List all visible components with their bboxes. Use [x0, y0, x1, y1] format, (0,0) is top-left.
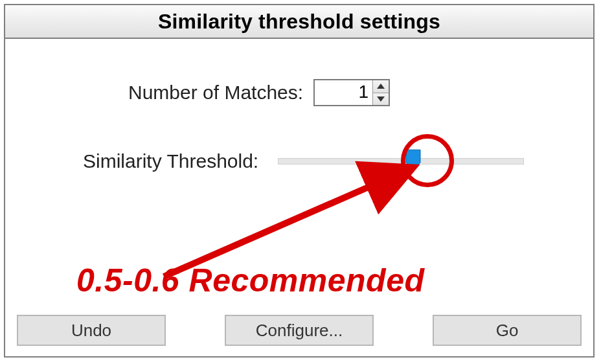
- dialog-panel: Similarity threshold settings Number of …: [4, 4, 595, 358]
- triangle-down-icon: [377, 97, 385, 102]
- matches-value: 1: [315, 80, 372, 105]
- svg-marker-0: [377, 84, 385, 89]
- matches-label: Number of Matches:: [128, 82, 303, 104]
- annotation-circle-icon: [401, 134, 454, 187]
- configure-button[interactable]: Configure...: [225, 315, 374, 346]
- annotation-text: 0.5-0.6 Recommended: [76, 262, 424, 299]
- undo-button[interactable]: Undo: [17, 315, 166, 346]
- go-button[interactable]: Go: [433, 315, 582, 346]
- stepper-buttons: [372, 80, 389, 105]
- matches-stepper[interactable]: 1: [313, 79, 390, 106]
- title-bar: Similarity threshold settings: [4, 4, 595, 39]
- row-similarity-threshold: Similarity Threshold:: [83, 150, 524, 172]
- svg-marker-1: [377, 97, 385, 102]
- svg-line-3: [164, 172, 402, 277]
- dialog-title: Similarity threshold settings: [158, 10, 440, 34]
- stepper-down-button[interactable]: [373, 93, 389, 106]
- threshold-label: Similarity Threshold:: [83, 150, 258, 172]
- row-number-of-matches: Number of Matches: 1: [128, 79, 390, 106]
- triangle-up-icon: [377, 84, 385, 89]
- dialog-content: Number of Matches: 1: [5, 40, 593, 356]
- stepper-up-button[interactable]: [373, 80, 389, 93]
- button-row: Undo Configure... Go: [17, 315, 582, 346]
